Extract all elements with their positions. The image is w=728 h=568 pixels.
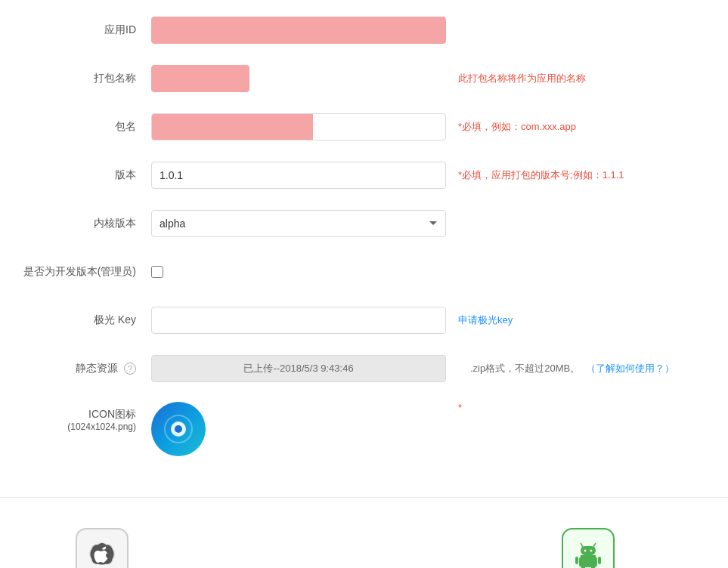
icon-required-mark: *	[458, 402, 462, 413]
app-id-row: 应用ID	[0, 15, 728, 45]
svg-point-9	[590, 550, 593, 552]
static-resource-hint2[interactable]: （了解如何使用？）	[586, 362, 674, 375]
bundle-id-input[interactable]	[151, 113, 446, 140]
svg-line-5	[581, 543, 583, 547]
svg-point-8	[584, 550, 587, 552]
version-hint: *必填，应用打包的版本号;例如：1.1.1	[458, 168, 624, 182]
bundle-id-hint: *必填，例如：com.xxx.app	[458, 120, 576, 134]
static-resource-hint1: .zip格式，不超过20MB。	[470, 362, 580, 375]
icon-row: ICON图标 (1024x1024.png) *	[0, 402, 728, 456]
svg-rect-10	[579, 557, 597, 567]
ios-icon-box[interactable]	[76, 528, 129, 568]
dev-version-checkbox-wrapper	[151, 266, 446, 278]
jpush-key-hint[interactable]: 申请极光key	[458, 313, 513, 327]
kernel-version-row: 内核版本 alpha beta stable	[0, 208, 728, 239]
version-input[interactable]: 1.0.1	[151, 162, 446, 189]
svg-line-6	[593, 543, 596, 547]
bundle-id-row: 包名 *必填，例如：com.xxx.app	[0, 112, 728, 142]
kernel-version-select[interactable]: alpha beta stable	[151, 210, 446, 237]
jpush-key-label: 极光 Key	[0, 313, 151, 327]
app-id-input[interactable]	[151, 17, 446, 44]
svg-rect-7	[581, 546, 596, 555]
icon-preview[interactable]	[151, 402, 206, 456]
jpush-key-row: 极光 Key 申请极光key	[0, 305, 728, 335]
package-name-input-wrapper	[151, 65, 446, 92]
jpush-key-input[interactable]	[151, 307, 446, 334]
static-resource-hints: .zip格式，不超过20MB。 （了解如何使用？）	[458, 362, 674, 375]
platform-section: IOS	[0, 498, 728, 568]
version-label: 版本	[0, 168, 151, 182]
static-resource-label: 静态资源 ?	[0, 362, 151, 375]
package-name-hint: 此打包名称将作为应用的名称	[458, 72, 586, 85]
svg-rect-15	[581, 555, 596, 558]
static-resource-button[interactable]: 已上传--2018/5/3 9:43:46	[151, 355, 446, 382]
package-name-input[interactable]	[151, 65, 249, 92]
svg-rect-11	[575, 557, 578, 564]
svg-rect-12	[598, 557, 601, 564]
app-id-input-wrapper	[151, 17, 446, 44]
android-platform[interactable]: Android	[562, 528, 615, 568]
icon-upload-container	[151, 402, 446, 456]
ios-platform[interactable]: IOS	[76, 528, 129, 568]
svg-point-2	[175, 425, 182, 433]
kernel-version-label: 内核版本	[0, 217, 151, 230]
dev-version-checkbox[interactable]	[151, 266, 163, 278]
bundle-id-label: 包名	[0, 120, 151, 134]
app-id-label: 应用ID	[0, 23, 151, 37]
version-row: 版本 1.0.1 *必填，应用打包的版本号;例如：1.1.1	[0, 160, 728, 190]
static-resource-row: 静态资源 ? 已上传--2018/5/3 9:43:46 .zip格式，不超过2…	[0, 353, 728, 384]
static-resource-help-icon[interactable]: ?	[124, 363, 136, 375]
dev-version-row: 是否为开发版本(管理员)	[0, 257, 728, 287]
bundle-id-input-wrapper	[151, 113, 446, 140]
icon-label: ICON图标 (1024x1024.png)	[0, 402, 151, 432]
package-name-label: 打包名称	[0, 72, 151, 85]
dev-version-label: 是否为开发版本(管理员)	[0, 265, 151, 279]
android-icon-box[interactable]	[562, 528, 615, 568]
package-name-row: 打包名称 此打包名称将作为应用的名称	[0, 63, 728, 94]
